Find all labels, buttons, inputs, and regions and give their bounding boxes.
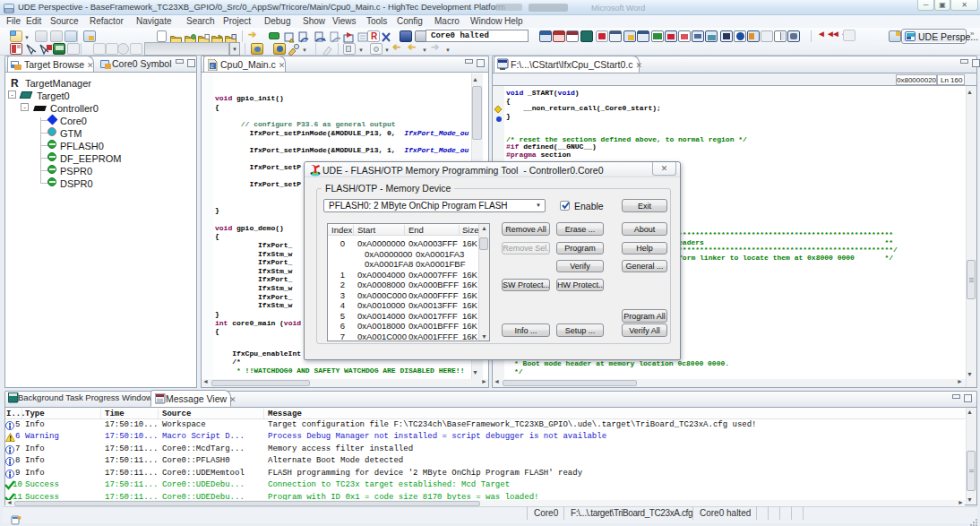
svg-text:c: c [211, 63, 214, 69]
